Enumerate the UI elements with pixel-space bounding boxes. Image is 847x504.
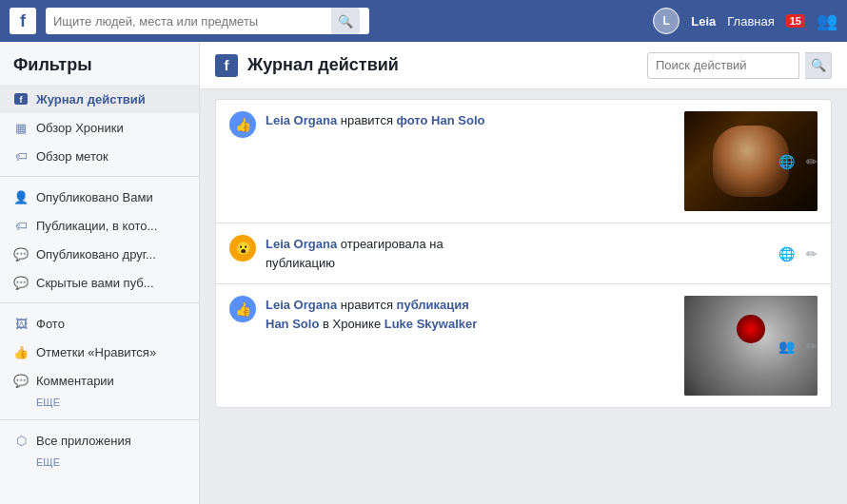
feed: 👍 Leia Organa нравится фото Han Solo 🌐 ✏… (200, 89, 847, 417)
main-header: f Журнал действий 🔍 (200, 42, 847, 89)
sidebar-item-label: Скрытые вами пуб... (36, 276, 154, 290)
feed-actions-1: 🌐 ✏ (778, 154, 817, 169)
apps-icon: ⬡ (13, 433, 29, 448)
privacy-icon-1: 🌐 (778, 154, 795, 169)
main-header-title: Журнал действий (247, 55, 399, 75)
sidebar-item-tags[interactable]: 🏷 Обзор меток (0, 142, 199, 170)
search-actions-button[interactable]: 🔍 (805, 52, 832, 79)
edit-icon-1[interactable]: ✏ (806, 154, 817, 169)
feed-text-2: Leia Organa отреагировала напубликацию (266, 235, 817, 272)
fb-logo: f (10, 8, 36, 34)
feed-user-link-3[interactable]: Leia Organa (266, 298, 337, 312)
sidebar-item-label: Публикации, в кото... (36, 219, 157, 233)
sidebar-item-label: Обзор меток (36, 149, 108, 164)
feed-text-1: Leia Organa нравится фото Han Solo (266, 111, 675, 130)
edit-icon-2[interactable]: ✏ (806, 246, 817, 262)
feed-actions-3: 👥 ✏ (778, 339, 817, 354)
sidebar-item-likes[interactable]: 👍 Отметки «Нравится» (0, 338, 199, 366)
sidebar-item-hidden[interactable]: 💬 Скрытые вами пуб... (0, 268, 199, 297)
sidebar-item-photos[interactable]: 🖼 Фото (0, 309, 199, 338)
sidebar-item-label: Все приложения (36, 434, 131, 448)
sidebar-item-label: Фото (36, 317, 65, 331)
sidebar-item-publications-in[interactable]: 🏷 Публикации, в кото... (0, 211, 199, 240)
sidebar-item-journal[interactable]: f Журнал действий (0, 85, 199, 113)
user-name[interactable]: Leia (691, 14, 716, 29)
privacy-icon-3: 👥 (778, 339, 795, 354)
topbar-search-input[interactable] (46, 14, 331, 29)
sidebar-more-2[interactable]: ЕЩЕ (0, 455, 199, 474)
sidebar-more-1[interactable]: ЕЩЕ (0, 395, 199, 414)
feed-icon-2: 😮 (229, 235, 256, 262)
feed-user-link-2[interactable]: Leia Organa (266, 237, 337, 251)
feed-item-1: 👍 Leia Organa нравится фото Han Solo 🌐 ✏ (215, 99, 832, 223)
feed-icon-3: 👍 (229, 296, 256, 322)
privacy-icon-2: 🌐 (778, 246, 795, 262)
layout: Фильтры f Журнал действий ▦ Обзор Хроник… (0, 42, 847, 504)
topbar: f 🔍 L Leia Главная 15 👥 (0, 0, 847, 42)
feed-icon-1: 👍 (229, 111, 256, 138)
sidebar-divider-2 (0, 302, 199, 303)
feed-actions-2: 🌐 ✏ (778, 246, 817, 262)
photo-icon: 🖼 (13, 316, 29, 331)
feed-text-mid-3b: в Хронике (323, 317, 384, 331)
feed-item-2: 😮 Leia Organa отреагировала напубликацию… (215, 223, 832, 283)
feed-user-link-1[interactable]: Leia Organa (266, 113, 337, 127)
topbar-search-button[interactable]: 🔍 (331, 8, 360, 34)
header-fb-icon: f (215, 54, 238, 77)
sidebar-item-label: Обзор Хроники (36, 121, 124, 135)
thumb-icon: 👍 (13, 344, 29, 359)
search-actions-input[interactable] (647, 52, 799, 79)
sidebar-item-published-by-you[interactable]: 👤 Опубликовано Вами (0, 183, 199, 211)
feed-person-link-3[interactable]: Luke Skywalker (384, 317, 478, 331)
feed-text-3: Leia Organa нравится публикацияHan Solo … (266, 296, 675, 333)
hidden-icon: 💬 (13, 275, 29, 290)
person-icon: 👤 (13, 189, 29, 204)
tag2-icon: 🏷 (13, 218, 29, 233)
topbar-right: L Leia Главная 15 👥 (653, 8, 837, 34)
feed-item-3: 👍 Leia Organa нравится публикацияHan Sol… (215, 283, 832, 408)
feed-text-mid-3a: нравится (341, 298, 397, 312)
friends-icon[interactable]: 👥 (817, 10, 837, 31)
sidebar-item-label: Журнал действий (36, 92, 146, 107)
sidebar-item-label: Опубликовано Вами (36, 190, 153, 204)
topbar-search-bar[interactable]: 🔍 (46, 8, 369, 34)
journal-icon: f (13, 91, 29, 107)
sidebar-item-all-apps[interactable]: ⬡ Все приложения (0, 426, 199, 455)
tag-icon: 🏷 (13, 148, 29, 164)
sidebar-title: Фильтры (0, 55, 199, 85)
sidebar-item-chronicle[interactable]: ▦ Обзор Хроники (0, 113, 199, 142)
sidebar-item-label: Отметки «Нравится» (36, 345, 156, 359)
comment2-icon: 💬 (13, 373, 29, 388)
header-right: 🔍 (647, 52, 832, 79)
notification-badge[interactable]: 15 (786, 14, 805, 28)
sidebar-divider-1 (0, 176, 199, 177)
sidebar-divider-3 (0, 419, 199, 420)
comment-icon: 💬 (13, 246, 29, 262)
chronicle-icon: ▦ (13, 120, 29, 135)
sidebar-item-label: Опубликовано друг... (36, 247, 156, 262)
feed-content-link-1[interactable]: фото Han Solo (397, 113, 485, 127)
sidebar: Фильтры f Журнал действий ▦ Обзор Хроник… (0, 42, 200, 504)
edit-icon-3[interactable]: ✏ (806, 339, 817, 354)
sidebar-item-label: Комментарии (36, 374, 114, 388)
header-left: f Журнал действий (215, 54, 399, 77)
avatar[interactable]: L (653, 8, 680, 34)
sidebar-item-published-by-others[interactable]: 💬 Опубликовано друг... (0, 240, 199, 268)
home-link[interactable]: Главная (727, 14, 774, 29)
sidebar-item-comments[interactable]: 💬 Комментарии (0, 366, 199, 395)
feed-text-mid-1: нравится (341, 113, 397, 127)
main-content: f Журнал действий 🔍 👍 Leia Organa нравит… (200, 42, 847, 504)
